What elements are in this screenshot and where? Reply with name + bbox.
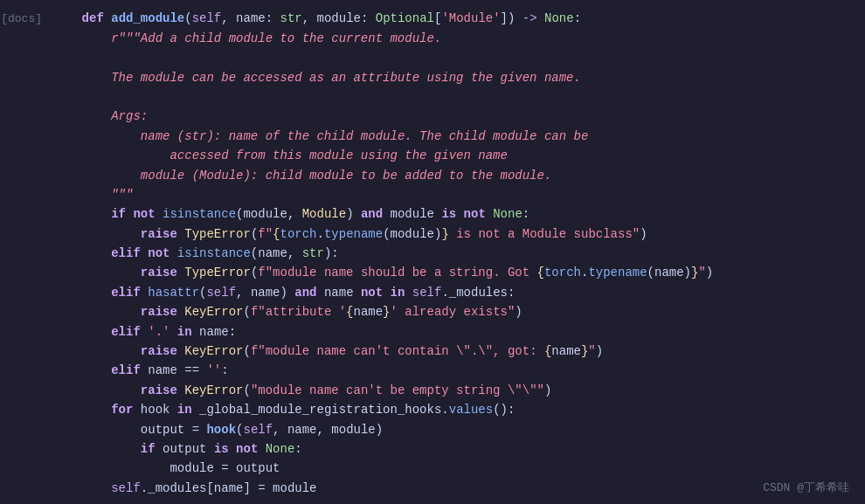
line-content-14: raise TypeError(f"module name should be … (52, 263, 856, 282)
line-content-25: self._modules[name] = module (52, 479, 856, 498)
code-line-9: module (Module): child module to be adde… (0, 166, 865, 185)
code-line-21: for hook in _global_module_registration_… (0, 400, 865, 419)
code-line-15: elif hasattr(self, name) and name not in… (0, 283, 865, 302)
code-line-10: """ (0, 185, 865, 204)
docs-tag: [docs] (0, 10, 52, 29)
code-line-5 (0, 87, 865, 107)
code-line-14: raise TypeError(f"module name should be … (0, 263, 865, 282)
line-content-24: module = output (52, 459, 856, 478)
code-line-2: r"""Add a child module to the current mo… (0, 29, 865, 48)
line-content-16: raise KeyError(f"attribute '{name}' alre… (52, 302, 856, 321)
code-line-24: module = output (0, 459, 865, 478)
line-content-17: elif '.' in name: (52, 322, 856, 342)
code-line-1: [docs] def add_module(self, name: str, m… (0, 9, 865, 29)
code-line-12: raise TypeError(f"{torch.typename(module… (0, 224, 865, 244)
code-line-3 (0, 48, 865, 67)
code-line-13: elif not isinstance(name, str): (0, 244, 865, 263)
code-line-18: raise KeyError(f"module name can't conta… (0, 342, 865, 361)
watermark: CSDN @丁希希哇 (763, 480, 849, 498)
line-content-12: raise TypeError(f"{torch.typename(module… (52, 224, 856, 244)
line-content-4: The module can be accessed as an attribu… (52, 68, 856, 87)
code-line-17: elif '.' in name: (0, 322, 865, 342)
line-content-15: elif hasattr(self, name) and name not in… (52, 283, 856, 302)
code-line-6: Args: (0, 107, 865, 126)
line-content-8: accessed from this module using the give… (52, 146, 856, 165)
line-content-9: module (Module): child module to be adde… (52, 166, 856, 185)
code-line-4: The module can be accessed as an attribu… (0, 68, 865, 87)
code-line-25: self._modules[name] = module (0, 479, 865, 498)
code-line-23: if output is not None: (0, 439, 865, 459)
line-content-11: if not isinstance(module, Module) and mo… (52, 204, 856, 224)
line-content-10: """ (52, 185, 856, 204)
code-container: [docs] def add_module(self, name: str, m… (0, 0, 865, 504)
code-line-7: name (str): name of the child module. Th… (0, 127, 865, 146)
line-content-20: raise KeyError("module name can't be emp… (52, 381, 856, 400)
code-line-11: if not isinstance(module, Module) and mo… (0, 204, 865, 224)
code-line-8: accessed from this module using the give… (0, 146, 865, 165)
code-line-22: output = hook(self, name, module) (0, 420, 865, 439)
line-content-3 (52, 48, 856, 67)
line-content-2: r"""Add a child module to the current mo… (52, 29, 856, 48)
line-content-22: output = hook(self, name, module) (52, 420, 856, 439)
line-content-5 (52, 87, 856, 107)
code-line-19: elif name == '': (0, 361, 865, 380)
line-content-6: Args: (52, 107, 856, 126)
line-content-1: def add_module(self, name: str, module: … (52, 9, 856, 28)
line-content-18: raise KeyError(f"module name can't conta… (52, 342, 856, 361)
line-content-7: name (str): name of the child module. Th… (52, 127, 856, 146)
code-line-20: raise KeyError("module name can't be emp… (0, 381, 865, 400)
line-content-19: elif name == '': (52, 361, 856, 380)
code-line-16: raise KeyError(f"attribute '{name}' alre… (0, 302, 865, 321)
line-content-13: elif not isinstance(name, str): (52, 244, 856, 263)
line-content-21: for hook in _global_module_registration_… (52, 400, 856, 419)
line-content-23: if output is not None: (52, 439, 856, 459)
